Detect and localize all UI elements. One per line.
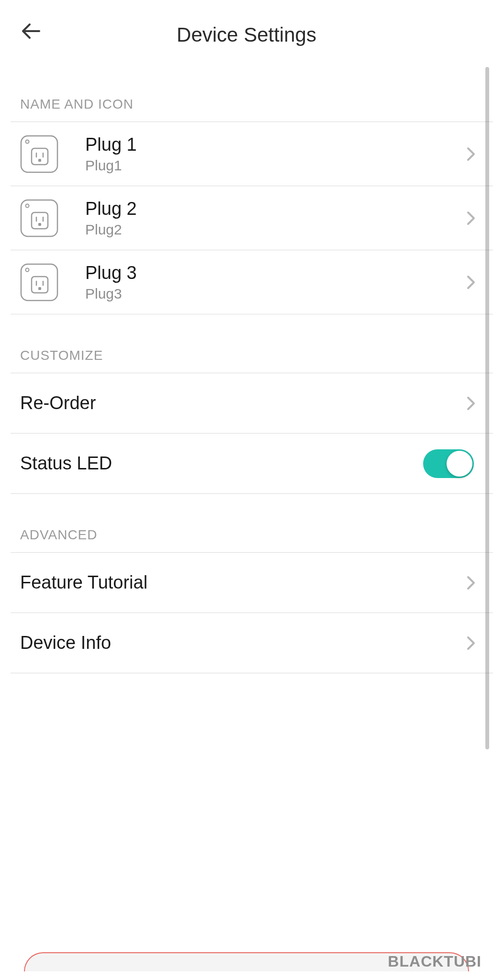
arrow-left-icon: [20, 20, 42, 42]
toggle-thumb: [447, 451, 472, 477]
svg-rect-17: [38, 287, 41, 290]
feature-tutorial-row[interactable]: Feature Tutorial: [11, 553, 493, 612]
svg-rect-6: [21, 200, 57, 236]
chevron-right-icon: [465, 573, 477, 592]
svg-rect-11: [38, 223, 41, 226]
plug-icon: [20, 135, 58, 173]
plug-subtitle: Plug1: [85, 157, 465, 174]
divider: [11, 673, 493, 673]
content-area: NAME AND ICON Plug 1 Plug1: [0, 62, 493, 673]
plug-title: Plug 1: [85, 134, 465, 156]
scroll-indicator[interactable]: [485, 67, 489, 749]
plug-row-3[interactable]: Plug 3 Plug3: [11, 250, 493, 314]
svg-point-7: [26, 204, 29, 207]
plug-text: Plug 3 Plug3: [58, 262, 465, 302]
watermark: BLACKTUBI: [388, 953, 482, 970]
plug-row-1[interactable]: Plug 1 Plug1: [11, 122, 493, 186]
plug-subtitle: Plug3: [85, 286, 465, 302]
status-led-label: Status LED: [20, 453, 423, 474]
plug-icon: [20, 263, 58, 301]
device-info-row[interactable]: Device Info: [11, 613, 493, 673]
chevron-right-icon: [465, 634, 477, 653]
plug-title: Plug 2: [85, 198, 465, 220]
chevron-right-icon: [465, 273, 477, 292]
status-led-row: Status LED: [11, 434, 493, 493]
plug-icon: [20, 199, 58, 237]
svg-point-13: [26, 268, 29, 271]
feature-tutorial-label: Feature Tutorial: [20, 572, 465, 593]
svg-rect-14: [32, 277, 48, 293]
svg-rect-0: [21, 136, 57, 172]
app-header: Device Settings: [0, 0, 493, 62]
reorder-label: Re-Order: [20, 393, 465, 413]
svg-rect-8: [32, 212, 48, 229]
chevron-right-icon: [465, 209, 477, 228]
device-info-label: Device Info: [20, 633, 465, 653]
svg-rect-2: [32, 148, 48, 165]
section-header-customize: CUSTOMIZE: [11, 314, 493, 373]
plug-text: Plug 1 Plug1: [58, 134, 465, 174]
chevron-right-icon: [465, 394, 477, 413]
plug-text: Plug 2 Plug2: [58, 198, 465, 238]
svg-rect-12: [21, 264, 57, 301]
svg-point-1: [26, 140, 29, 143]
plug-subtitle: Plug2: [85, 222, 465, 238]
reorder-row[interactable]: Re-Order: [11, 373, 493, 433]
chevron-right-icon: [465, 145, 477, 164]
status-led-toggle[interactable]: [423, 449, 474, 478]
plug-title: Plug 3: [85, 262, 465, 284]
svg-rect-5: [38, 159, 41, 162]
page-title: Device Settings: [19, 23, 474, 46]
plug-row-2[interactable]: Plug 2 Plug2: [11, 186, 493, 250]
section-header-advanced: ADVANCED: [11, 494, 493, 552]
back-button[interactable]: [19, 19, 43, 43]
section-header-name-icon: NAME AND ICON: [11, 62, 493, 122]
